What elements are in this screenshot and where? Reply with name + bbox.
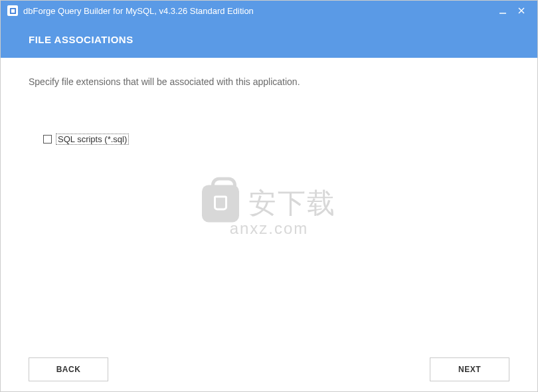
back-button[interactable]: BACK — [29, 357, 108, 381]
watermark: 安下载 anxz.com — [202, 185, 336, 238]
watermark-bag-icon — [202, 185, 239, 222]
page-heading: FILE ASSOCIATIONS — [29, 34, 134, 45]
window-title: dbForge Query Builder for MySQL, v4.3.26… — [23, 6, 493, 16]
next-button[interactable]: NEXT — [430, 357, 509, 381]
option-row[interactable]: SQL scripts (*.sql) — [43, 134, 509, 145]
checkbox-label[interactable]: SQL scripts (*.sql) — [56, 134, 129, 145]
watermark-text-1: 安下载 — [248, 185, 336, 222]
instruction-text: Specify file extensions that will be ass… — [29, 76, 509, 87]
content-area: Specify file extensions that will be ass… — [1, 58, 537, 346]
minimize-button[interactable] — [493, 1, 512, 21]
footer: BACK NEXT — [1, 346, 537, 392]
titlebar: dbForge Query Builder for MySQL, v4.3.26… — [1, 1, 537, 21]
page-header: FILE ASSOCIATIONS — [1, 21, 537, 58]
watermark-text-2: anxz.com — [202, 219, 336, 238]
app-icon — [7, 5, 18, 16]
svg-rect-1 — [11, 9, 15, 13]
checkbox-sql-scripts[interactable] — [43, 135, 52, 144]
close-button[interactable] — [512, 1, 531, 21]
